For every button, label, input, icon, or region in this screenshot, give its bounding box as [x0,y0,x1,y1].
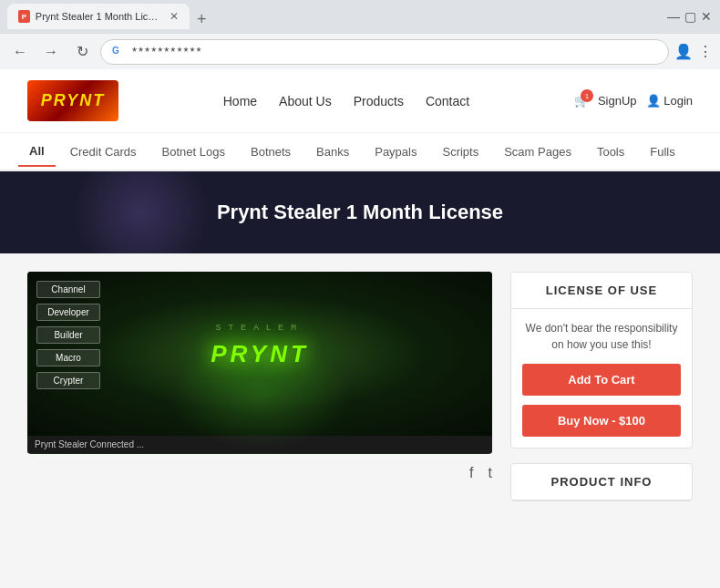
cat-botnets[interactable]: Botnets [240,138,302,166]
signup-link[interactable]: SignUp [598,94,637,108]
tab-favicon: P [18,10,30,23]
nav-products[interactable]: Products [354,94,404,108]
address-text: *********** [132,45,657,58]
product-image-box: Channel Developer Builder Macro Crypter … [27,272,492,454]
facebook-icon[interactable]: f [469,465,473,481]
hero-banner: Prynt Stealer 1 Month License [0,171,720,253]
sidebar-btn-crypter[interactable]: Crypter [36,372,100,389]
cat-fulls[interactable]: Fulls [639,138,685,166]
sidebar-btn-macro[interactable]: Macro [36,349,100,366]
sidebar-buttons: Channel Developer Builder Macro Crypter [36,281,100,389]
add-to-cart-button[interactable]: Add To Cart [522,364,681,396]
main-nav: Home About Us Products Contact [223,94,469,108]
tab-title: Prynt Stealer 1 Month License [36,11,159,22]
reload-button[interactable]: ↻ [69,39,95,65]
auth-area: 🛒 1 SignUp 👤 Login [574,94,693,108]
sidebar-btn-developer[interactable]: Developer [36,304,100,321]
sidebar-btn-builder[interactable]: Builder [36,326,100,344]
product-info-header: PRODUCT INFO [511,464,692,500]
site-header: PRYNT Home About Us Products Contact 🛒 1… [0,69,720,133]
nav-home[interactable]: Home [223,94,257,108]
browser-menu-icon[interactable]: ⋮ [698,43,713,60]
license-box: LICENSE OF USE We don't bear the respons… [510,272,693,449]
hero-title: Prynt Stealer 1 Month License [217,201,503,224]
cat-all[interactable]: All [18,137,56,167]
cat-botnet-logs[interactable]: Botnet Logs [151,138,236,166]
cat-paypals[interactable]: Paypals [364,138,427,166]
nav-contact[interactable]: Contact [426,94,469,108]
browser-chrome: P Prynt Stealer 1 Month License ✕ + — ▢ … [0,0,720,69]
site-logo[interactable]: PRYNT [27,80,118,121]
minimize-button[interactable]: — [667,10,680,23]
back-button[interactable]: ← [7,39,33,65]
close-button[interactable]: ✕ [700,10,713,23]
cat-credit-cards[interactable]: Credit Cards [59,138,148,166]
forward-button[interactable]: → [38,39,64,65]
license-body: We don't bear the responsibility on how … [511,309,692,364]
title-bar: P Prynt Stealer 1 Month License ✕ + — ▢ … [0,0,720,33]
product-info-box: PRODUCT INFO [510,463,693,501]
browser-tab[interactable]: P Prynt Stealer 1 Month License ✕ [7,4,190,29]
profile-icon[interactable]: 👤 [674,43,693,60]
login-link[interactable]: 👤 Login [646,94,693,108]
product-left: Channel Developer Builder Macro Crypter … [27,272,492,588]
site-wrapper: PRYNT Home About Us Products Contact 🛒 1… [0,69,720,588]
browser-toolbar: ← → ↻ G *********** 👤 ⋮ [0,33,720,69]
category-bar: All Credit Cards Botnet Logs Botnets Ban… [0,133,720,171]
new-tab-button[interactable]: + [190,10,214,29]
address-bar[interactable]: G *********** [100,39,669,65]
window-controls: — ▢ ✕ [667,10,713,23]
cat-banks[interactable]: Banks [305,138,360,166]
buy-now-button[interactable]: Buy Now - $100 [522,405,681,437]
nav-about[interactable]: About Us [279,94,332,108]
license-header: LICENSE OF USE [511,273,692,309]
product-image: Channel Developer Builder Macro Crypter … [27,272,492,436]
sidebar-btn-channel[interactable]: Channel [36,281,100,298]
close-tab-button[interactable]: ✕ [170,10,179,23]
product-sub-text: STEALER [215,323,303,332]
cat-scam-pages[interactable]: Scam Pages [493,138,582,166]
content-area: Channel Developer Builder Macro Crypter … [0,253,720,588]
product-logo-text: PRYNT [211,340,309,368]
social-icons: f t [27,454,492,492]
maximize-button[interactable]: ▢ [684,10,696,23]
cart-icon[interactable]: 🛒 1 [574,94,589,108]
cart-badge: 1 [581,89,593,102]
cat-scripts[interactable]: Scripts [431,138,489,166]
product-right: LICENSE OF USE We don't bear the respons… [510,272,693,588]
twitter-icon[interactable]: t [489,465,492,481]
google-icon: G [112,46,125,58]
cat-tools[interactable]: Tools [586,138,635,166]
